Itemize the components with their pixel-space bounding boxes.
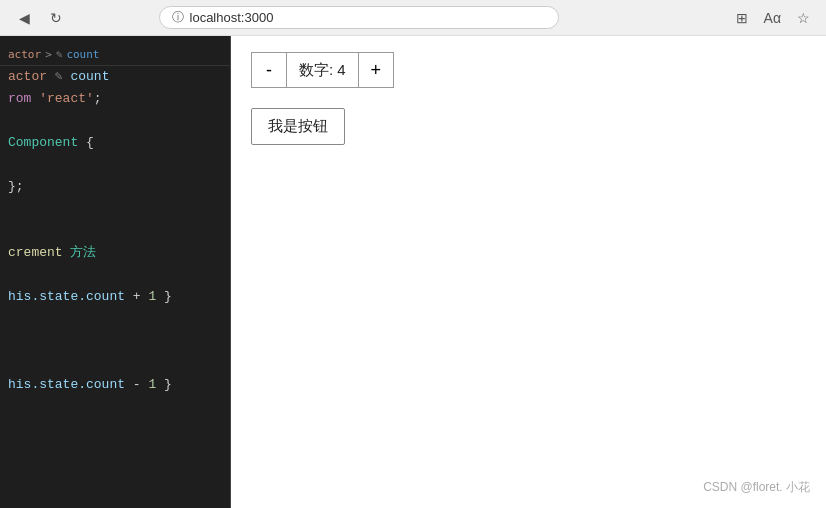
refresh-button[interactable]: ↻: [44, 6, 68, 30]
code-line-1: actor ✎ count: [0, 66, 230, 88]
code-line-12: [0, 308, 230, 330]
code-line-13: [0, 330, 230, 352]
code-line-11: his.state. count + 1 }: [0, 286, 230, 308]
watermark: CSDN @floret. 小花: [703, 479, 810, 496]
breadcrumb-count: count: [66, 46, 99, 64]
counter-row: - 数字: 4 +: [251, 52, 806, 88]
action-button[interactable]: 我是按钮: [251, 108, 345, 145]
back-button[interactable]: ◀: [12, 6, 36, 30]
code-editor: actor > ✎ count actor ✎ count rom 'react…: [0, 36, 230, 508]
code-line-7: [0, 198, 230, 220]
code-line-9: crement 方法: [0, 242, 230, 264]
info-icon: ⓘ: [172, 9, 184, 26]
code-line-3: [0, 110, 230, 132]
url-text: localhost:3000: [190, 10, 274, 25]
breadcrumb-edit-icon: ✎: [56, 46, 63, 64]
code-line-8: [0, 220, 230, 242]
breadcrumb-sep: >: [45, 46, 52, 64]
address-bar[interactable]: ⓘ localhost:3000: [159, 6, 559, 29]
browser-toolbar: ◀ ↻ ⓘ localhost:3000 ⊞ Aα ☆: [0, 0, 826, 36]
preview-panel: - 数字: 4 + 我是按钮 CSDN @floret. 小花: [231, 36, 826, 508]
grid-icon[interactable]: ⊞: [732, 8, 752, 28]
code-line-2: rom 'react' ;: [0, 88, 230, 110]
code-line-15: his.state. count - 1 }: [0, 374, 230, 396]
decrement-button[interactable]: -: [251, 52, 287, 88]
code-line-6: };: [0, 176, 230, 198]
breadcrumb: actor > ✎ count: [0, 44, 230, 66]
code-line-4: Component {: [0, 132, 230, 154]
main-area: actor > ✎ count actor ✎ count rom 'react…: [0, 36, 826, 508]
breadcrumb-actor: actor: [8, 46, 41, 64]
counter-display: 数字: 4: [287, 52, 358, 88]
increment-button[interactable]: +: [358, 52, 394, 88]
code-line-14: [0, 352, 230, 374]
code-line-10: [0, 264, 230, 286]
star-icon[interactable]: ☆: [793, 8, 814, 28]
browser-action-group: ⊞ Aα ☆: [732, 8, 814, 28]
code-line-5: [0, 154, 230, 176]
aa-icon[interactable]: Aα: [760, 8, 785, 28]
